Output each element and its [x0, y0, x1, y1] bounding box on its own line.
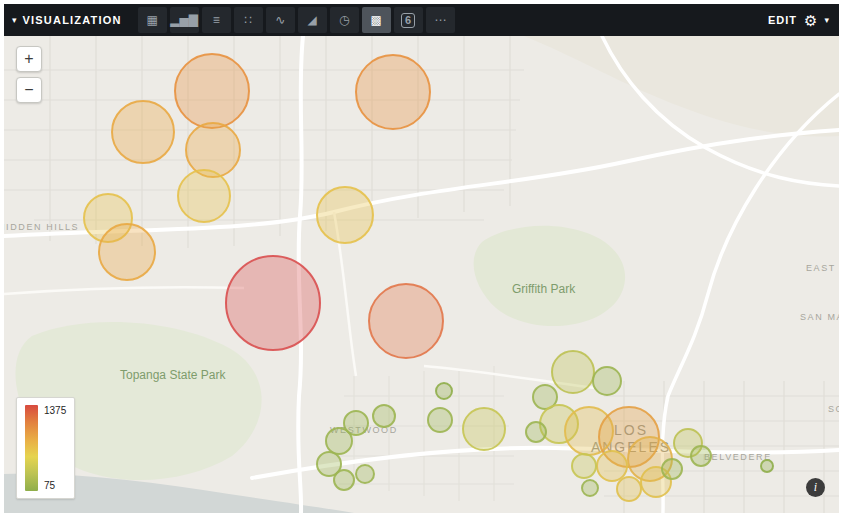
bar-chart-icon[interactable]: ▂▅▇ — [170, 7, 199, 33]
area-chart-icon[interactable]: ◢ — [298, 7, 327, 33]
map-bubble[interactable] — [326, 428, 352, 454]
area-chart-icon: ◢ — [308, 13, 317, 27]
text-list-icon[interactable]: ≡ — [202, 7, 231, 33]
map-bubble[interactable] — [175, 54, 249, 128]
map-bubble[interactable] — [186, 123, 240, 177]
bubble-layer — [4, 36, 839, 513]
text-list-icon: ≡ — [213, 13, 220, 27]
map-bubble[interactable] — [582, 480, 598, 496]
bar-chart-icon: ▂▅▇ — [170, 13, 198, 27]
chevron-down-icon: ▾ — [12, 16, 17, 25]
map-bubble[interactable] — [226, 256, 320, 350]
map-bubble[interactable] — [334, 470, 354, 490]
map-bubble[interactable] — [463, 408, 505, 450]
visualization-collapse-button[interactable]: ▾ VISUALIZATION — [12, 14, 122, 26]
scatter-plot-icon: ∷ — [244, 13, 252, 27]
map-bubble[interactable] — [597, 451, 627, 481]
map-bubble[interactable] — [428, 408, 452, 432]
map-icon[interactable]: ▩ — [362, 7, 391, 33]
map-canvas[interactable]: HIDDEN HILLSGriffith ParkTopanga State P… — [4, 36, 839, 513]
data-table-icon[interactable]: ▦ — [138, 7, 167, 33]
map-legend: 1375 75 — [16, 397, 75, 499]
map-bubble[interactable] — [373, 405, 395, 427]
zoom-out-button[interactable]: − — [16, 77, 42, 103]
map-bubble[interactable] — [526, 422, 546, 442]
data-table-icon: ▦ — [146, 13, 157, 27]
visualization-panel: ▾ VISUALIZATION ▦▂▅▇≡∷∿◢◷▩6⋯ EDIT ⚙ ▾ — [4, 4, 839, 513]
map-bubble[interactable] — [617, 477, 641, 501]
visualization-toolbar: ▾ VISUALIZATION ▦▂▅▇≡∷∿◢◷▩6⋯ EDIT ⚙ ▾ — [4, 4, 839, 36]
number-6-icon[interactable]: 6 — [394, 7, 423, 33]
map-bubble[interactable] — [356, 465, 374, 483]
zoom-in-button[interactable]: + — [16, 46, 42, 72]
map-bubble[interactable] — [436, 383, 452, 399]
edit-chevron-down-icon[interactable]: ▾ — [824, 15, 829, 25]
legend-min-value: 75 — [44, 480, 66, 491]
line-chart-icon: ∿ — [275, 13, 285, 27]
legend-max-value: 1375 — [44, 405, 66, 416]
map-icon: ▩ — [370, 13, 381, 27]
map-bubble[interactable] — [662, 459, 682, 479]
map-bubble[interactable] — [691, 446, 711, 466]
map-bubble[interactable] — [552, 351, 594, 393]
map-bubble[interactable] — [593, 367, 621, 395]
time-series-icon: ◷ — [339, 13, 349, 27]
more-icon[interactable]: ⋯ — [426, 7, 455, 33]
toolbar-title: VISUALIZATION — [23, 14, 122, 26]
map-bubble[interactable] — [99, 224, 155, 280]
edit-button[interactable]: EDIT — [768, 14, 797, 26]
map-bubble[interactable] — [369, 284, 443, 358]
info-button[interactable]: i — [806, 478, 825, 497]
scatter-plot-icon[interactable]: ∷ — [234, 7, 263, 33]
map-bubble[interactable] — [572, 454, 596, 478]
viz-icon-list: ▦▂▅▇≡∷∿◢◷▩6⋯ — [138, 7, 455, 33]
more-icon: ⋯ — [434, 13, 446, 27]
time-series-icon[interactable]: ◷ — [330, 7, 359, 33]
map-bubble[interactable] — [317, 187, 373, 243]
map-bubble[interactable] — [178, 170, 230, 222]
legend-gradient-bar — [25, 405, 38, 491]
number-6-icon: 6 — [401, 13, 415, 28]
map-bubble[interactable] — [356, 55, 430, 129]
line-chart-icon[interactable]: ∿ — [266, 7, 295, 33]
gear-icon[interactable]: ⚙ — [804, 13, 817, 28]
zoom-control: + − — [16, 46, 42, 103]
map-bubble[interactable] — [761, 460, 773, 472]
map-bubble[interactable] — [112, 101, 174, 163]
